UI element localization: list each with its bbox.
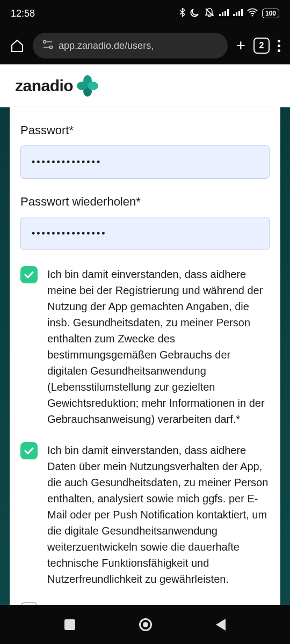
menu-icon[interactable] [278,40,280,52]
svg-rect-2 [222,12,223,16]
new-tab-icon[interactable]: + [236,36,245,55]
battery-indicator: 100 [262,9,279,18]
home-button[interactable] [139,618,152,631]
password-repeat-input[interactable]: ••••••••••••••• [20,217,270,250]
consent-checkbox-1[interactable] [20,266,38,283]
svg-rect-1 [219,14,221,16]
page-content: zanadio Passwort* •••••••••••••• Passwor… [0,64,290,605]
logo-mark-icon [76,75,99,97]
tab-switcher[interactable]: 2 [253,38,270,54]
svg-point-10 [44,40,46,43]
consent-checkbox-2[interactable] [20,442,38,459]
wifi-icon [247,8,258,19]
svg-rect-5 [233,14,235,16]
android-nav-bar [0,605,290,644]
back-button[interactable] [216,619,226,631]
svg-point-16 [77,82,88,90]
svg-rect-8 [241,9,243,16]
signal-icon-1 [219,8,229,19]
browser-toolbar: app.zanadio.de/users, + 2 [0,27,290,64]
svg-point-17 [88,82,98,90]
url-text: app.zanadio.de/users, [59,40,154,52]
consent-text-1: Ich bin damit einverstanden, dass aidher… [47,266,270,427]
consent-row: Ich bin damit einverstanden, dass aidher… [20,266,270,427]
svg-point-12 [50,46,53,48]
svg-point-9 [251,14,253,16]
logo-text: zanadio [15,77,73,95]
password-repeat-group: Passwort wiederholen* ••••••••••••••• [20,195,270,250]
site-settings-icon [42,40,53,52]
password-label: Passwort* [20,123,270,137]
password-repeat-label: Passwort wiederholen* [20,195,270,209]
password-input[interactable]: •••••••••••••• [20,145,270,179]
svg-rect-7 [238,11,240,16]
url-bar[interactable]: app.zanadio.de/users, [33,33,228,58]
status-bar: 12:58 100 [0,0,290,27]
clock: 12:58 [11,8,35,19]
svg-rect-3 [224,11,226,16]
app-header: zanadio [0,64,290,107]
recents-button[interactable] [64,619,75,630]
registration-form: Passwort* •••••••••••••• Passwort wieder… [10,107,280,605]
consent-row: Ich bin damit einverstanden, dass aidher… [20,442,270,587]
home-icon[interactable] [10,38,25,53]
signal-icon-2 [233,8,243,19]
bell-mute-icon [204,8,215,20]
status-icons: 100 [179,8,279,20]
consent-text-2: Ich bin damit einverstanden, dass aidher… [47,442,270,587]
bluetooth-icon [179,8,186,20]
svg-rect-4 [227,9,229,16]
svg-rect-6 [236,12,237,16]
password-group: Passwort* •••••••••••••• [20,123,270,179]
moon-icon [190,8,200,20]
